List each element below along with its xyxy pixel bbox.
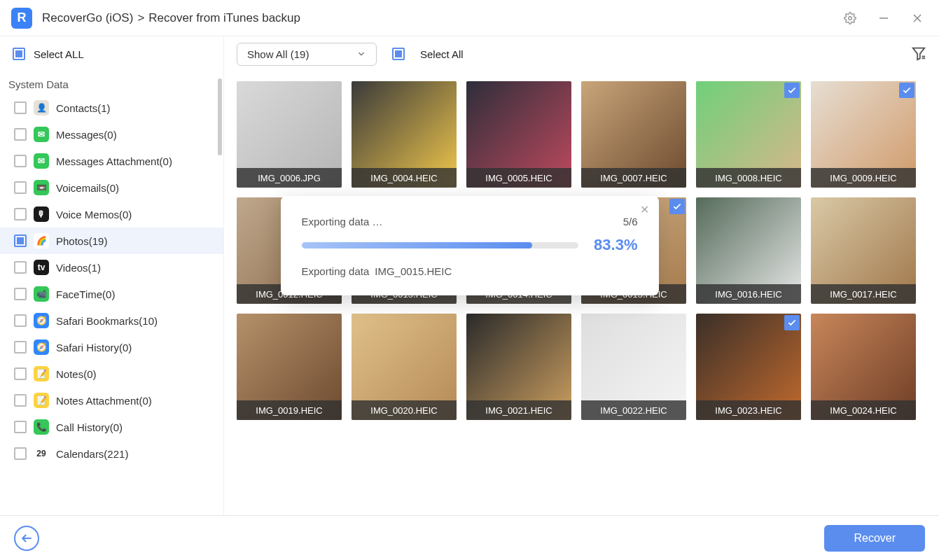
photo-thumbnail[interactable]: IMG_0020.HEIC	[352, 314, 457, 420]
sidebar-item-checkbox[interactable]	[14, 314, 27, 327]
sidebar-item[interactable]: 📝Notes(0)	[0, 360, 223, 387]
thumbnail-filename: IMG_0006.JPG	[237, 168, 342, 188]
breadcrumb-current: Recover from iTunes backup	[148, 11, 300, 25]
title-bar: R RecoverGo (iOS) > Recover from iTunes …	[0, 0, 939, 36]
sidebar-item-icon: 🧭	[34, 340, 49, 355]
thumbnail-checkmark-icon[interactable]	[784, 83, 800, 98]
sidebar-item[interactable]: 📝Notes Attachment(0)	[0, 387, 223, 414]
sidebar-item-checkbox[interactable]	[14, 341, 27, 354]
thumbnail-filename: IMG_0004.HEIC	[352, 168, 457, 188]
sidebar-item[interactable]: 29Calendars(221)	[0, 440, 223, 467]
export-progress-dialog: ✕ Exporting data … 5/6 83.3% Exporting d…	[281, 196, 659, 295]
sidebar-item-label: Photos(19)	[56, 235, 107, 247]
minimize-icon[interactable]	[873, 8, 894, 29]
scrollbar-thumb[interactable]	[218, 78, 222, 155]
sidebar-item-checkbox[interactable]	[14, 234, 27, 247]
sidebar-item-icon: 🎙	[34, 206, 49, 222]
sidebar-item-checkbox[interactable]	[14, 288, 27, 300]
breadcrumb: RecoverGo (iOS) > Recover from iTunes ba…	[42, 11, 300, 25]
breadcrumb-sep: >	[137, 11, 144, 25]
toolbar: Select ALL Show All (19) Select All	[0, 36, 939, 71]
filter-icon[interactable]	[911, 46, 926, 63]
sidebar-item-icon: 📞	[34, 419, 49, 435]
sidebar-item-checkbox[interactable]	[14, 261, 27, 274]
sidebar-item-icon: 📼	[34, 180, 49, 195]
sidebar-item-icon: ✉	[34, 127, 49, 142]
photo-thumbnail[interactable]: IMG_0016.HEIC	[696, 197, 801, 304]
filter-dropdown[interactable]: Show All (19)	[237, 43, 377, 66]
gear-icon[interactable]	[840, 8, 861, 29]
sidebar-item-icon: 📝	[34, 366, 49, 382]
sidebar-item-icon: ✉	[34, 153, 49, 169]
photo-thumbnail[interactable]: IMG_0008.HEIC	[696, 81, 801, 188]
thumbnail-filename: IMG_0023.HEIC	[696, 400, 801, 420]
back-button[interactable]	[14, 526, 39, 551]
sidebar-item-checkbox[interactable]	[14, 394, 27, 407]
thumbnail-filename: IMG_0017.HEIC	[811, 284, 916, 304]
thumbnail-filename: IMG_0016.HEIC	[696, 284, 801, 304]
photo-thumbnail[interactable]: IMG_0023.HEIC	[696, 314, 801, 420]
sidebar-item[interactable]: tvVideos(1)	[0, 254, 223, 281]
sidebar-item[interactable]: ✉Messages Attachment(0)	[0, 148, 223, 174]
thumbnail-checkmark-icon[interactable]	[784, 315, 800, 330]
thumbnail-filename: IMG_0020.HEIC	[352, 400, 457, 420]
sidebar-item[interactable]: 👤Contacts(1)	[0, 94, 223, 121]
progress-percent: 83.3%	[594, 236, 637, 254]
sidebar-item-checkbox[interactable]	[14, 128, 27, 141]
sidebar-item-label: Contacts(1)	[56, 102, 111, 114]
sidebar-item[interactable]: 📼Voicemails(0)	[0, 174, 223, 201]
sidebar-item-checkbox[interactable]	[14, 421, 27, 433]
export-current-prefix: Exporting data	[302, 265, 370, 277]
sidebar-item-checkbox[interactable]	[14, 447, 27, 460]
sidebar-item-label: FaceTime(0)	[56, 288, 115, 300]
sidebar-item[interactable]: ✉Messages(0)	[0, 121, 223, 148]
thumbnail-checkmark-icon[interactable]	[899, 83, 914, 98]
sidebar-item[interactable]: 🧭Safari History(0)	[0, 334, 223, 360]
sidebar-item-icon: 29	[34, 446, 49, 461]
recover-button[interactable]: Recover	[824, 525, 925, 552]
thumbnail-filename: IMG_0008.HEIC	[696, 168, 801, 188]
sidebar-item-icon: 🧭	[34, 313, 49, 328]
photo-thumbnail[interactable]: IMG_0006.JPG	[237, 81, 342, 188]
sidebar-item-label: Videos(1)	[56, 262, 101, 274]
select-all-sidebar-checkbox[interactable]	[13, 48, 25, 60]
photo-thumbnail[interactable]: IMG_0005.HEIC	[466, 81, 571, 188]
photo-thumbnail[interactable]: IMG_0022.HEIC	[581, 314, 686, 420]
sidebar-item-icon: tv	[34, 260, 49, 275]
sidebar-item-checkbox[interactable]	[14, 102, 27, 114]
photo-grid: IMG_0006.JPGIMG_0004.HEICIMG_0005.HEICIM…	[224, 71, 939, 550]
sidebar-item-checkbox[interactable]	[14, 368, 27, 380]
breadcrumb-root[interactable]: RecoverGo (iOS)	[42, 11, 133, 25]
sidebar-item-label: Voice Memos(0)	[56, 209, 132, 220]
sidebar-item-label: Call History(0)	[56, 421, 123, 433]
sidebar-item-label: Messages Attachment(0)	[56, 155, 172, 167]
svg-point-0	[849, 16, 852, 20]
sidebar-item[interactable]: 🎙Voice Memos(0)	[0, 201, 223, 227]
sidebar-item[interactable]: 📞Call History(0)	[0, 414, 223, 440]
app-logo: R	[11, 8, 32, 29]
select-all-main-checkbox[interactable]	[392, 48, 405, 60]
photo-thumbnail[interactable]: IMG_0007.HEIC	[581, 81, 686, 188]
sidebar-item[interactable]: 🧭Safari Bookmarks(10)	[0, 307, 223, 334]
sidebar-item-icon: 📝	[34, 393, 49, 408]
sidebar-item-checkbox[interactable]	[14, 181, 27, 194]
thumbnail-checkmark-icon[interactable]	[669, 199, 685, 214]
photo-thumbnail[interactable]: IMG_0021.HEIC	[466, 314, 571, 420]
dialog-close-icon[interactable]: ✕	[640, 203, 649, 216]
close-icon[interactable]	[907, 8, 928, 29]
sidebar-item[interactable]: 🌈Photos(19)	[0, 227, 223, 254]
sidebar-item-label: Voicemails(0)	[56, 182, 119, 194]
sidebar-item[interactable]: 📹FaceTime(0)	[0, 281, 223, 307]
export-count: 5/6	[623, 216, 638, 227]
sidebar-item-checkbox[interactable]	[14, 208, 27, 220]
progress-bar	[302, 242, 579, 248]
thumbnail-filename: IMG_0024.HEIC	[811, 400, 916, 420]
photo-thumbnail[interactable]: IMG_0017.HEIC	[811, 197, 916, 304]
sidebar-item-checkbox[interactable]	[14, 155, 27, 167]
photo-thumbnail[interactable]: IMG_0009.HEIC	[811, 81, 916, 188]
photo-thumbnail[interactable]: IMG_0019.HEIC	[237, 314, 342, 420]
photo-thumbnail[interactable]: IMG_0004.HEIC	[352, 81, 457, 188]
filter-dropdown-label: Show All (19)	[247, 48, 309, 60]
sidebar-item-label: Notes(0)	[56, 368, 97, 380]
photo-thumbnail[interactable]: IMG_0024.HEIC	[811, 314, 916, 420]
